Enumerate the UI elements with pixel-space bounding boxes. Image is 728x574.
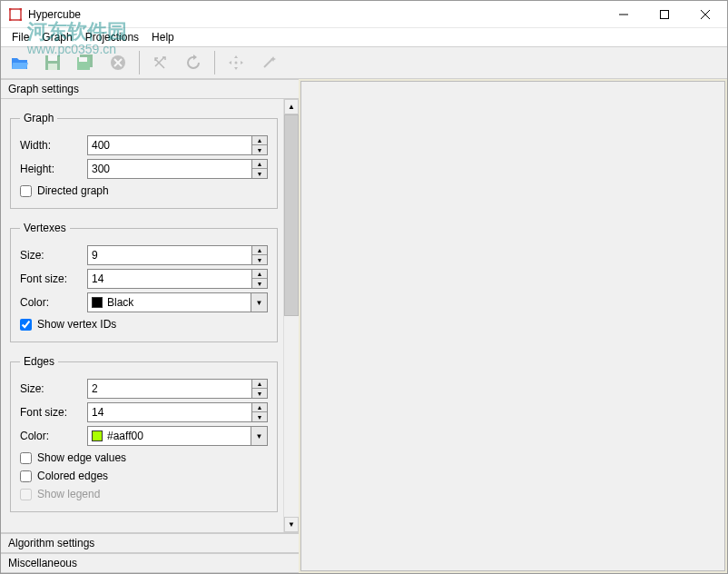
app-icon xyxy=(8,7,23,22)
spin-up-icon[interactable]: ▲ xyxy=(252,270,267,279)
spin-up-icon[interactable]: ▲ xyxy=(252,160,267,169)
svg-point-1 xyxy=(9,8,12,11)
vertex-size-input[interactable] xyxy=(87,245,252,265)
vertex-size-label: Size: xyxy=(20,249,82,262)
spin-down-icon[interactable]: ▼ xyxy=(252,279,267,288)
show-vertex-ids-label: Show vertex IDs xyxy=(37,318,116,331)
vertex-color-name: Black xyxy=(107,296,133,309)
svg-rect-0 xyxy=(10,9,21,20)
width-label: Width: xyxy=(20,139,82,152)
spin-up-icon[interactable]: ▲ xyxy=(252,246,267,255)
canvas-area xyxy=(300,81,725,571)
miscellaneous-header[interactable]: Miscellaneous xyxy=(1,553,299,573)
titlebar: Hypercube xyxy=(1,1,727,28)
close-button[interactable] xyxy=(684,2,725,27)
vertex-fontsize-spinner[interactable]: ▲▼ xyxy=(252,269,268,289)
menubar: File Graph Projections Help xyxy=(1,28,727,46)
graph-legend: Graph xyxy=(20,112,57,124)
show-edge-values-checkbox[interactable] xyxy=(20,452,32,464)
width-input[interactable] xyxy=(87,135,252,155)
colored-edges-checkbox[interactable] xyxy=(20,470,32,482)
edge-color-combo[interactable]: #aaff00 ▼ xyxy=(87,426,268,446)
height-input[interactable] xyxy=(87,159,252,179)
toolbar-separator-2 xyxy=(214,51,215,74)
vertex-color-combo[interactable]: Black ▼ xyxy=(87,292,268,312)
show-vertex-ids-checkbox[interactable] xyxy=(20,319,32,331)
show-edge-values-label: Show edge values xyxy=(37,451,126,464)
spin-down-icon[interactable]: ▼ xyxy=(252,389,267,398)
vertex-color-label: Color: xyxy=(20,296,82,309)
minimize-button[interactable] xyxy=(603,2,644,27)
scroll-down-icon[interactable]: ▼ xyxy=(284,517,299,532)
edge-color-name: #aaff00 xyxy=(107,430,143,442)
spin-down-icon[interactable]: ▼ xyxy=(252,255,267,264)
algorithm-settings-header[interactable]: Algorithm settings xyxy=(1,533,299,553)
edge-size-spinner[interactable]: ▲▼ xyxy=(252,379,268,399)
edge-size-input[interactable] xyxy=(87,379,252,399)
spin-up-icon[interactable]: ▲ xyxy=(252,403,267,412)
spin-down-icon[interactable]: ▼ xyxy=(252,145,267,154)
maximize-button[interactable] xyxy=(644,2,684,27)
vertex-fontsize-input[interactable] xyxy=(87,269,252,289)
scroll-up-icon[interactable]: ▲ xyxy=(284,99,299,114)
scroll-track[interactable] xyxy=(284,114,299,517)
height-spinner[interactable]: ▲▼ xyxy=(252,159,268,179)
svg-point-3 xyxy=(9,18,12,21)
menu-projections[interactable]: Projections xyxy=(80,29,144,45)
save-all-button xyxy=(72,49,99,76)
menu-file[interactable]: File xyxy=(6,29,34,45)
width-spinner[interactable]: ▲▼ xyxy=(252,135,268,155)
edge-fontsize-spinner[interactable]: ▲▼ xyxy=(252,402,268,422)
edge-color-swatch xyxy=(92,430,103,441)
wand-button xyxy=(255,49,282,76)
directed-checkbox[interactable] xyxy=(20,185,32,197)
dropdown-icon[interactable]: ▼ xyxy=(251,292,268,312)
graph-fieldset: Graph Width: ▲▼ Height: ▲▼ xyxy=(10,112,278,209)
svg-point-4 xyxy=(20,18,23,21)
graph-settings-body: Graph Width: ▲▼ Height: ▲▼ xyxy=(1,99,299,533)
open-button[interactable] xyxy=(6,49,34,76)
spin-up-icon[interactable]: ▲ xyxy=(252,136,267,145)
settings-panel: Graph settings Graph Width: ▲▼ Height: xyxy=(1,79,299,573)
settings-scrollbar[interactable]: ▲ ▼ xyxy=(283,99,299,532)
svg-rect-6 xyxy=(660,10,668,18)
edge-fontsize-input[interactable] xyxy=(87,402,252,422)
content-area: Graph settings Graph Width: ▲▼ Height: xyxy=(1,79,727,573)
transform-button xyxy=(147,49,174,76)
reload-button xyxy=(180,49,207,76)
spin-down-icon[interactable]: ▼ xyxy=(252,412,267,421)
vertexes-fieldset: Vertexes Size: ▲▼ Font size: ▲▼ xyxy=(10,222,278,342)
edge-color-label: Color: xyxy=(20,430,82,442)
show-legend-checkbox xyxy=(20,489,32,500)
window-title: Hypercube xyxy=(28,8,603,21)
move-button xyxy=(222,49,250,76)
vertex-color-swatch xyxy=(92,297,103,308)
edge-fontsize-label: Font size: xyxy=(20,406,82,419)
menu-graph[interactable]: Graph xyxy=(36,29,77,45)
directed-label: Directed graph xyxy=(37,184,109,197)
toolbar-separator xyxy=(139,51,140,74)
spin-up-icon[interactable]: ▲ xyxy=(252,380,267,389)
menu-help[interactable]: Help xyxy=(146,29,180,45)
vertex-fontsize-label: Font size: xyxy=(20,272,82,285)
form-area: Graph Width: ▲▼ Height: ▲▼ xyxy=(1,99,283,532)
edges-legend: Edges xyxy=(20,355,58,368)
edges-fieldset: Edges Size: ▲▼ Font size: ▲▼ xyxy=(10,355,278,512)
height-label: Height: xyxy=(20,163,82,175)
svg-rect-11 xyxy=(48,64,57,70)
svg-point-18 xyxy=(235,62,238,64)
spin-down-icon[interactable]: ▼ xyxy=(252,169,267,178)
save-button xyxy=(39,49,66,76)
svg-point-2 xyxy=(20,8,23,11)
scroll-thumb[interactable] xyxy=(284,114,299,316)
svg-rect-10 xyxy=(48,55,57,61)
dropdown-icon[interactable]: ▼ xyxy=(251,426,268,446)
graph-settings-header[interactable]: Graph settings xyxy=(1,79,299,99)
close-file-button xyxy=(104,49,132,76)
colored-edges-label: Colored edges xyxy=(37,470,108,482)
show-legend-label: Show legend xyxy=(37,488,100,500)
svg-rect-14 xyxy=(79,57,87,62)
edge-size-label: Size: xyxy=(20,382,82,395)
toolbar xyxy=(1,46,727,79)
vertex-size-spinner[interactable]: ▲▼ xyxy=(252,245,268,265)
